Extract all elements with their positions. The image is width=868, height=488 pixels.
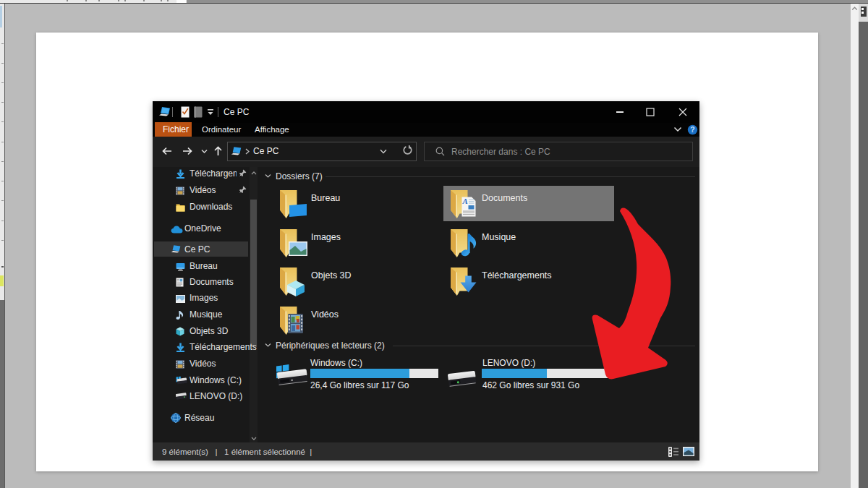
svg-text:A: A xyxy=(462,197,468,205)
svg-text:?: ? xyxy=(690,125,694,134)
